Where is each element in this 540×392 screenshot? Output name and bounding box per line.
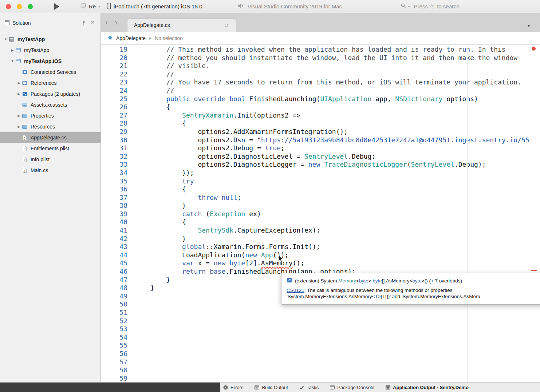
- code-line[interactable]: 32 options2.DiagnosticLevel = SentryLeve…: [101, 153, 540, 161]
- code-line[interactable]: 24 //: [101, 87, 540, 95]
- code-line[interactable]: 20 // method you should instantiate the …: [101, 54, 540, 62]
- code-line[interactable]: 26 {: [101, 103, 540, 111]
- pad-button-tasks[interactable]: Tasks: [299, 385, 319, 390]
- scrollbar-error-indicator[interactable]: [532, 47, 536, 51]
- line-number[interactable]: 21: [101, 62, 127, 70]
- minimize-window-button[interactable]: [17, 4, 22, 9]
- code-line[interactable]: 59: [101, 375, 540, 382]
- code-line[interactable]: 55: [101, 341, 540, 350]
- code-line[interactable]: 43 global::Xamarin.Forms.Forms.Init();: [101, 243, 540, 251]
- pad-button-errors[interactable]: Errors: [223, 385, 243, 390]
- code-line[interactable]: 19 // This method is invoked when the ap…: [101, 45, 540, 54]
- line-number[interactable]: 51: [101, 309, 127, 317]
- disclosure-triangle-icon[interactable]: ▼: [3, 37, 9, 41]
- line-number[interactable]: 49: [101, 292, 127, 301]
- line-number[interactable]: 22: [101, 70, 127, 79]
- navigate-back-icon[interactable]: ‹: [105, 17, 108, 28]
- sidebar-item-assets-xcassets[interactable]: Assets.xcassets: [0, 99, 100, 110]
- code-line[interactable]: 39 catch (Exception ex): [101, 210, 540, 218]
- sidebar-item-entitlements-plist[interactable]: Entitlements.plist: [0, 143, 100, 154]
- line-number[interactable]: 54: [101, 333, 127, 342]
- sidebar-item-appdelegate-cs[interactable]: {}AppDelegate.cs: [0, 132, 100, 143]
- sidebar-item-mytestapp-ios[interactable]: ▼myTestApp.iOS: [0, 56, 100, 67]
- code-line[interactable]: 44 LoadApplication(new App());: [101, 251, 540, 260]
- code-line[interactable]: 23 // You have 17 seconds to return from…: [101, 78, 540, 87]
- line-number[interactable]: 33: [101, 161, 127, 169]
- tab-modified-indicator-icon[interactable]: [225, 24, 228, 27]
- code-line[interactable]: 33 options2.DiagnosticLogger = new Trace…: [101, 161, 540, 169]
- line-number[interactable]: 39: [101, 210, 127, 218]
- code-line[interactable]: 28 {: [101, 119, 540, 128]
- line-number[interactable]: 55: [101, 341, 127, 350]
- line-number[interactable]: 56: [101, 350, 127, 358]
- line-number[interactable]: 20: [101, 54, 127, 62]
- code-line[interactable]: 54: [101, 333, 540, 342]
- line-number[interactable]: 38: [101, 202, 127, 210]
- code-line[interactable]: 52: [101, 317, 540, 325]
- code-line[interactable]: 41 SentrySdk.CaptureException(ex);: [101, 226, 540, 235]
- code-line[interactable]: 25 public override bool FinishedLaunchin…: [101, 95, 540, 103]
- line-number[interactable]: 46: [101, 268, 127, 276]
- code-line[interactable]: 56: [101, 350, 540, 358]
- line-number[interactable]: 29: [101, 128, 127, 136]
- run-button[interactable]: [54, 3, 60, 10]
- line-number[interactable]: 42: [101, 235, 127, 243]
- code-line[interactable]: 58: [101, 366, 540, 375]
- line-number[interactable]: 23: [101, 78, 127, 87]
- line-number[interactable]: 43: [101, 243, 127, 251]
- maximize-window-button[interactable]: [28, 4, 33, 9]
- scrollbar-error-mark[interactable]: [531, 270, 537, 271]
- line-number[interactable]: 45: [101, 259, 127, 268]
- code-line[interactable]: 57: [101, 358, 540, 367]
- disclosure-triangle-icon[interactable]: ▶: [16, 92, 22, 96]
- close-icon[interactable]: ✕: [90, 19, 95, 25]
- tab-list-dropdown-icon[interactable]: ▼: [527, 24, 531, 28]
- line-number[interactable]: 36: [101, 185, 127, 194]
- line-number[interactable]: 28: [101, 119, 127, 128]
- code-line[interactable]: 27 SentryXamarin.Init(options2 =>: [101, 111, 540, 120]
- pad-button-application-output-sentry-demo[interactable]: Application Output - Sentry.Demo: [385, 385, 469, 390]
- code-line[interactable]: 22 //: [101, 70, 540, 79]
- disclosure-triangle-icon[interactable]: ▶: [16, 125, 22, 128]
- line-number[interactable]: 58: [101, 366, 127, 375]
- build-configuration-selector[interactable]: Re ›: [80, 0, 100, 13]
- search-input[interactable]: ▾ Press '^,' to search: [401, 0, 460, 13]
- disclosure-triangle-icon[interactable]: ▶: [16, 81, 22, 85]
- line-number[interactable]: 53: [101, 325, 127, 333]
- disclosure-triangle-icon[interactable]: ▶: [16, 114, 22, 118]
- tab-appdelegate[interactable]: AppDelegate.cs: [127, 19, 236, 32]
- line-number[interactable]: 27: [101, 111, 127, 120]
- line-number[interactable]: 26: [101, 103, 127, 111]
- line-number[interactable]: 30: [101, 136, 127, 144]
- device-selector[interactable]: iPod touch (7th generation) iOS 15.0: [107, 0, 202, 13]
- pad-button-build-output[interactable]: Build Output: [254, 385, 288, 390]
- line-number[interactable]: 50: [101, 300, 127, 309]
- sidebar-item-connected-services[interactable]: Connected Services: [0, 67, 100, 78]
- code-line[interactable]: 21 // visible.: [101, 62, 540, 70]
- sidebar-item-packages-2-updates[interactable]: ▶Packages (2 updates): [0, 88, 100, 99]
- line-number[interactable]: 41: [101, 226, 127, 235]
- navigate-forward-icon[interactable]: ›: [115, 17, 117, 28]
- close-window-button[interactable]: [6, 4, 11, 9]
- pin-icon[interactable]: [82, 20, 86, 27]
- code-line[interactable]: 34 });: [101, 169, 540, 177]
- line-number[interactable]: 59: [101, 375, 127, 382]
- code-line[interactable]: 45 var x = new byte[2].AsMemory();: [101, 259, 540, 268]
- line-number[interactable]: 25: [101, 95, 127, 103]
- sidebar-item-resources[interactable]: ▶Resources: [0, 121, 100, 132]
- line-number[interactable]: 47: [101, 276, 127, 284]
- code-line[interactable]: 29 options2.AddXamarinFormsIntegration()…: [101, 128, 540, 136]
- line-number[interactable]: 35: [101, 177, 127, 186]
- line-number[interactable]: 44: [101, 251, 127, 260]
- code-line[interactable]: 51: [101, 309, 540, 317]
- code-line[interactable]: 40 {: [101, 218, 540, 226]
- sidebar-item-main-cs[interactable]: {}Main.cs: [0, 165, 100, 176]
- line-number[interactable]: 37: [101, 194, 127, 202]
- disclosure-triangle-icon[interactable]: ▼: [9, 59, 15, 63]
- sidebar-item-mytestapp[interactable]: ▶myTestApp: [0, 45, 100, 56]
- line-number[interactable]: 31: [101, 144, 127, 153]
- sidebar-item-properties[interactable]: ▶Properties: [0, 110, 100, 121]
- code-line[interactable]: 37 throw null;: [101, 194, 540, 202]
- sidebar-item-references[interactable]: ▶References: [0, 78, 100, 88]
- pad-button-package-console[interactable]: Package Console: [330, 385, 374, 390]
